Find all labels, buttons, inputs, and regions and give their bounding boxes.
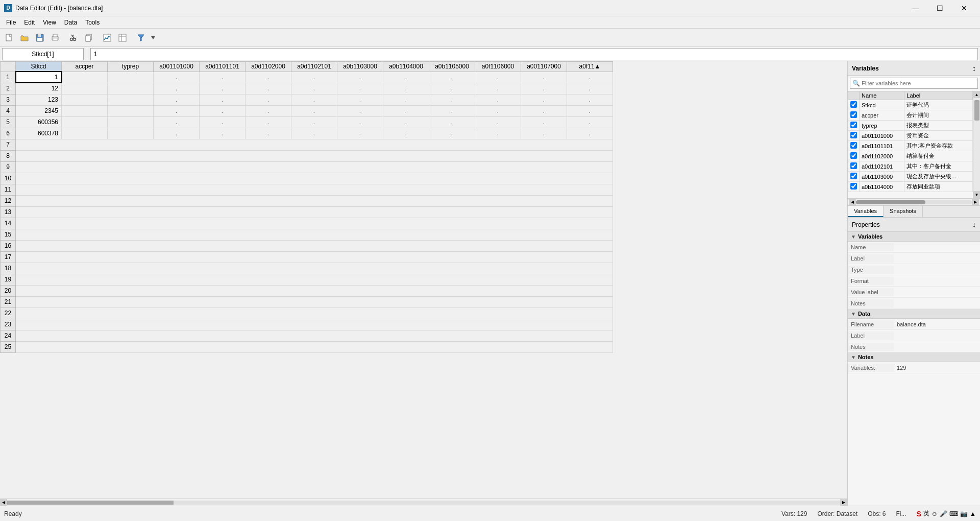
tab-snapshots[interactable]: Snapshots xyxy=(884,206,923,217)
cell-a0d1102101-5[interactable]: . xyxy=(291,116,337,128)
scroll-thumb[interactable] xyxy=(7,501,174,505)
menu-data[interactable]: Data xyxy=(60,18,81,27)
cell-accper-6[interactable] xyxy=(62,128,108,139)
cell-a0b1105000-1[interactable]: . xyxy=(429,72,475,83)
var-checkbox-stkcd[interactable] xyxy=(850,101,857,108)
variables-hscrollbar[interactable]: ◀ ▶ xyxy=(848,198,980,205)
menu-view[interactable]: View xyxy=(39,18,60,27)
cell-a0b1105000-6[interactable]: . xyxy=(429,128,475,139)
cell-a0f11-4[interactable]: . xyxy=(567,105,613,116)
cell-a0b1105000-2[interactable]: . xyxy=(429,83,475,94)
cell-a0b1103000-2[interactable]: . xyxy=(337,83,383,94)
col-header-a0f11[interactable]: a0f11▲ xyxy=(567,62,613,72)
cell-stkcd-4[interactable]: 2345 xyxy=(16,105,62,116)
var-row-a0d1101101[interactable]: a0d1101101 其中:客户资金存款 xyxy=(848,141,973,151)
cell-a0d1102000-6[interactable]: . xyxy=(246,128,291,139)
var-row-a0d1102000[interactable]: a0d1102000 结算备付金 xyxy=(848,151,973,161)
var-checkbox-a0d1102000[interactable] xyxy=(850,152,857,159)
print-button[interactable] xyxy=(48,31,62,45)
cell-a001101000-3[interactable]: . xyxy=(154,94,200,105)
cell-accper-1[interactable] xyxy=(62,72,108,83)
cell-a0d1102000-4[interactable]: . xyxy=(246,105,291,116)
cell-a0f1106000-4[interactable]: . xyxy=(475,105,521,116)
cell-a0b1104000-4[interactable]: . xyxy=(383,105,429,116)
cell-a0b1105000-5[interactable]: . xyxy=(429,116,475,128)
cell-accper-3[interactable] xyxy=(62,94,108,105)
cell-a0d1101101-1[interactable]: . xyxy=(200,72,246,83)
cell-a0f1106000-3[interactable]: . xyxy=(475,94,521,105)
cell-a0d1101101-2[interactable]: . xyxy=(200,83,246,94)
cell-a001101000-6[interactable]: . xyxy=(154,128,200,139)
col-header-accper[interactable]: accper xyxy=(62,62,108,72)
cell-a0d1102000-1[interactable]: . xyxy=(246,72,291,83)
col-header-a0b1104000[interactable]: a0b1104000 xyxy=(383,62,429,72)
cell-a001107000-6[interactable]: . xyxy=(521,128,567,139)
col-header-a0d1101101[interactable]: a0d1101101 xyxy=(200,62,246,72)
cell-a001101000-1[interactable]: . xyxy=(154,72,200,83)
cell-a0b1104000-5[interactable]: . xyxy=(383,116,429,128)
cut-button[interactable] xyxy=(66,31,81,45)
cell-a0b1103000-4[interactable]: . xyxy=(337,105,383,116)
cell-a0d1102101-3[interactable]: . xyxy=(291,94,337,105)
cell-a0d1102101-1[interactable]: . xyxy=(291,72,337,83)
cell-a0b1103000-6[interactable]: . xyxy=(337,128,383,139)
var-checkbox-a0b1104000[interactable] xyxy=(850,183,857,190)
var-checkbox-a0b1103000[interactable] xyxy=(850,173,857,179)
col-header-a0b1105000[interactable]: a0b1105000 xyxy=(429,62,475,72)
cell-a001101000-4[interactable]: . xyxy=(154,105,200,116)
cell-stkcd-3[interactable]: 123 xyxy=(16,94,62,105)
cell-a0b1103000-3[interactable]: . xyxy=(337,94,383,105)
filter-dropdown-button[interactable] xyxy=(149,31,157,45)
cell-a0d1101101-5[interactable]: . xyxy=(200,116,246,128)
cell-a0b1103000-5[interactable]: . xyxy=(337,116,383,128)
col-header-a0f1106000[interactable]: a0f1106000 xyxy=(475,62,521,72)
cell-typrep-2[interactable] xyxy=(108,83,154,94)
cell-accper-5[interactable] xyxy=(62,116,108,128)
col-header-a0d1102000[interactable]: a0d1102000 xyxy=(246,62,291,72)
cell-stkcd-6[interactable]: 600378 xyxy=(16,128,62,139)
cell-reference-input[interactable] xyxy=(2,48,84,60)
cell-stkcd-2[interactable]: 12 xyxy=(16,83,62,94)
properties-group-data-header[interactable]: ▼ Data xyxy=(848,309,980,319)
cell-a0d1102000-5[interactable]: . xyxy=(246,116,291,128)
cell-a0b1103000-1[interactable]: . xyxy=(337,72,383,83)
cell-typrep-4[interactable] xyxy=(108,105,154,116)
var-row-stkcd[interactable]: Stkcd 证券代码 xyxy=(848,100,973,110)
minimize-button[interactable]: — xyxy=(903,0,927,16)
maximize-button[interactable]: ☐ xyxy=(928,0,951,16)
vscroll-down-button[interactable]: ▼ xyxy=(973,191,981,198)
graph-button[interactable] xyxy=(100,31,114,45)
cell-a0b1104000-1[interactable]: . xyxy=(383,72,429,83)
var-checkbox-typrep[interactable] xyxy=(850,122,857,128)
col-header-a0b1103000[interactable]: a0b1103000 xyxy=(337,62,383,72)
save-button[interactable] xyxy=(33,31,47,45)
new-button[interactable] xyxy=(2,31,16,45)
var-name-a0d1102000[interactable]: a0d1102000 xyxy=(860,151,904,161)
properties-undock-button[interactable]: ↕ xyxy=(972,221,976,229)
cell-a0f1106000-6[interactable]: . xyxy=(475,128,521,139)
cell-a0b1104000-3[interactable]: . xyxy=(383,94,429,105)
menu-edit[interactable]: Edit xyxy=(20,18,39,27)
var-row-a0d1102101[interactable]: a0d1102101 其中：客户备付金 xyxy=(848,161,973,172)
var-name-typrep[interactable]: typrep xyxy=(860,121,904,131)
cell-a0b1105000-3[interactable]: . xyxy=(429,94,475,105)
col-header-a0d1102101[interactable]: a0d1102101 xyxy=(291,62,337,72)
scroll-track[interactable] xyxy=(7,501,840,505)
cell-a0d1101101-4[interactable]: . xyxy=(200,105,246,116)
properties-group-variables-header[interactable]: ▼ Variables xyxy=(848,232,980,242)
col-header-typrep[interactable]: typrep xyxy=(108,62,154,72)
vscroll-up-button[interactable]: ▲ xyxy=(973,91,981,98)
cell-a001107000-3[interactable]: . xyxy=(521,94,567,105)
cell-a0d1102101-4[interactable]: . xyxy=(291,105,337,116)
cell-a001101000-2[interactable]: . xyxy=(154,83,200,94)
var-row-a0b1104000[interactable]: a0b1104000 存放同业款项 xyxy=(848,182,973,192)
cell-a0f11-2[interactable]: . xyxy=(567,83,613,94)
tab-variables[interactable]: Variables xyxy=(848,206,884,217)
cell-a0d1102000-2[interactable]: . xyxy=(246,83,291,94)
cell-a0f11-6[interactable]: . xyxy=(567,128,613,139)
hscroll-left-btn[interactable]: ◀ xyxy=(849,199,856,205)
scroll-left-button[interactable]: ◀ xyxy=(0,499,7,506)
cell-typrep-1[interactable] xyxy=(108,72,154,83)
copy-button[interactable] xyxy=(82,31,96,45)
var-name-a0b1103000[interactable]: a0b1103000 xyxy=(860,172,904,182)
